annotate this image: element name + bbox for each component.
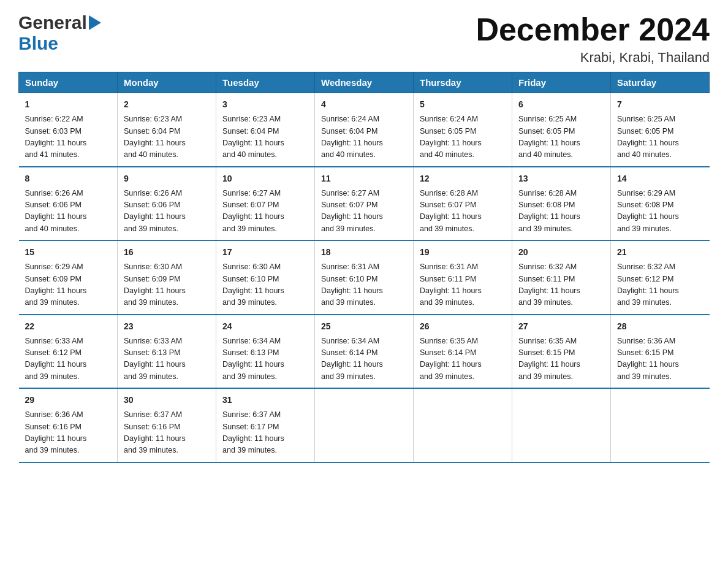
sunrise-line: Sunrise: 6:35 AM: [518, 335, 604, 347]
calendar-table: SundayMondayTuesdayWednesdayThursdayFrid…: [18, 72, 710, 463]
day-number: 2: [124, 98, 210, 111]
calendar-cell: 31Sunrise: 6:37 AMSunset: 6:17 PMDayligh…: [216, 388, 315, 462]
sunrise-line: Sunrise: 6:23 AM: [222, 113, 308, 125]
daylight-line2: and 39 minutes.: [25, 445, 112, 456]
weekday-header-row: SundayMondayTuesdayWednesdayThursdayFrid…: [19, 72, 710, 93]
daylight-line: Daylight: 11 hours: [222, 285, 308, 297]
daylight-line: Daylight: 11 hours: [25, 433, 112, 445]
daylight-line: Daylight: 11 hours: [321, 285, 407, 297]
sunrise-line: Sunrise: 6:32 AM: [617, 261, 703, 273]
daylight-line2: and 39 minutes.: [617, 223, 703, 235]
sunset-line: Sunset: 6:10 PM: [222, 274, 308, 285]
sunset-line: Sunset: 6:14 PM: [420, 347, 506, 359]
sunset-line: Sunset: 6:05 PM: [617, 126, 703, 137]
daylight-line: Daylight: 11 hours: [222, 359, 308, 370]
daylight-line: Daylight: 11 hours: [222, 433, 308, 445]
sunset-line: Sunset: 6:14 PM: [321, 347, 407, 359]
day-info: Sunrise: 6:23 AMSunset: 6:04 PMDaylight:…: [124, 113, 210, 161]
weekday-header-saturday: Saturday: [611, 72, 710, 93]
day-number: 27: [518, 320, 604, 333]
daylight-line2: and 40 minutes.: [321, 149, 407, 161]
day-number: 26: [420, 320, 506, 333]
day-info: Sunrise: 6:24 AMSunset: 6:05 PMDaylight:…: [420, 113, 506, 161]
sunrise-line: Sunrise: 6:33 AM: [124, 335, 210, 347]
sunset-line: Sunset: 6:09 PM: [25, 274, 112, 285]
sunset-line: Sunset: 6:12 PM: [617, 274, 703, 285]
calendar-cell: 15Sunrise: 6:29 AMSunset: 6:09 PMDayligh…: [19, 240, 118, 315]
calendar-cell: 14Sunrise: 6:29 AMSunset: 6:08 PMDayligh…: [611, 167, 710, 241]
sunrise-line: Sunrise: 6:32 AM: [518, 261, 604, 273]
sunrise-line: Sunrise: 6:28 AM: [518, 188, 604, 199]
week-row-1: 1Sunrise: 6:22 AMSunset: 6:03 PMDaylight…: [19, 93, 710, 167]
day-info: Sunrise: 6:33 AMSunset: 6:12 PMDaylight:…: [25, 335, 112, 383]
daylight-line2: and 39 minutes.: [222, 297, 308, 308]
day-info: Sunrise: 6:22 AMSunset: 6:03 PMDaylight:…: [25, 113, 112, 161]
calendar-cell: 24Sunrise: 6:34 AMSunset: 6:13 PMDayligh…: [216, 315, 315, 389]
daylight-line2: and 40 minutes.: [420, 149, 506, 161]
day-info: Sunrise: 6:31 AMSunset: 6:11 PMDaylight:…: [420, 261, 506, 309]
logo-general-text: General: [18, 12, 87, 33]
day-info: Sunrise: 6:36 AMSunset: 6:16 PMDaylight:…: [25, 409, 112, 457]
calendar-cell: 20Sunrise: 6:32 AMSunset: 6:11 PMDayligh…: [512, 240, 611, 315]
sunrise-line: Sunrise: 6:24 AM: [321, 113, 407, 125]
logo: General Blue: [18, 12, 106, 54]
sunset-line: Sunset: 6:15 PM: [518, 347, 604, 359]
day-info: Sunrise: 6:30 AMSunset: 6:10 PMDaylight:…: [222, 261, 308, 309]
sunset-line: Sunset: 6:08 PM: [518, 199, 604, 211]
sunrise-line: Sunrise: 6:33 AM: [25, 335, 112, 347]
sunset-line: Sunset: 6:06 PM: [25, 199, 112, 211]
day-info: Sunrise: 6:32 AMSunset: 6:11 PMDaylight:…: [518, 261, 604, 309]
sunrise-line: Sunrise: 6:35 AM: [420, 335, 506, 347]
day-number: 10: [222, 172, 308, 185]
day-number: 8: [25, 172, 112, 185]
sunrise-line: Sunrise: 6:30 AM: [124, 261, 210, 273]
sunset-line: Sunset: 6:10 PM: [321, 274, 407, 285]
calendar-cell: 29Sunrise: 6:36 AMSunset: 6:16 PMDayligh…: [19, 388, 118, 462]
daylight-line: Daylight: 11 hours: [321, 211, 407, 223]
sunrise-line: Sunrise: 6:29 AM: [25, 261, 112, 273]
daylight-line2: and 39 minutes.: [321, 223, 407, 235]
day-number: 9: [124, 172, 210, 185]
weekday-header-friday: Friday: [512, 72, 611, 93]
daylight-line: Daylight: 11 hours: [321, 137, 407, 149]
daylight-line: Daylight: 11 hours: [124, 433, 210, 445]
sunset-line: Sunset: 6:05 PM: [518, 126, 604, 137]
daylight-line: Daylight: 11 hours: [25, 359, 112, 370]
day-info: Sunrise: 6:31 AMSunset: 6:10 PMDaylight:…: [321, 261, 407, 309]
sunrise-line: Sunrise: 6:30 AM: [222, 261, 308, 273]
daylight-line2: and 39 minutes.: [222, 371, 308, 383]
day-number: 4: [321, 98, 407, 111]
daylight-line2: and 40 minutes.: [617, 149, 703, 161]
calendar-cell: 13Sunrise: 6:28 AMSunset: 6:08 PMDayligh…: [512, 167, 611, 241]
daylight-line2: and 39 minutes.: [124, 223, 210, 235]
day-number: 22: [25, 320, 112, 333]
day-info: Sunrise: 6:25 AMSunset: 6:05 PMDaylight:…: [518, 113, 604, 161]
calendar-cell: 27Sunrise: 6:35 AMSunset: 6:15 PMDayligh…: [512, 315, 611, 389]
calendar-cell: 12Sunrise: 6:28 AMSunset: 6:07 PMDayligh…: [414, 167, 512, 241]
daylight-line2: and 39 minutes.: [518, 371, 604, 383]
calendar-header: SundayMondayTuesdayWednesdayThursdayFrid…: [19, 72, 710, 93]
day-info: Sunrise: 6:36 AMSunset: 6:15 PMDaylight:…: [617, 335, 703, 383]
sunset-line: Sunset: 6:15 PM: [617, 347, 703, 359]
calendar-cell: 30Sunrise: 6:37 AMSunset: 6:16 PMDayligh…: [118, 388, 216, 462]
daylight-line2: and 40 minutes.: [222, 149, 308, 161]
daylight-line2: and 40 minutes.: [518, 149, 604, 161]
daylight-line: Daylight: 11 hours: [617, 211, 703, 223]
daylight-line2: and 39 minutes.: [222, 445, 308, 456]
calendar-cell: 17Sunrise: 6:30 AMSunset: 6:10 PMDayligh…: [216, 240, 315, 315]
day-info: Sunrise: 6:37 AMSunset: 6:17 PMDaylight:…: [222, 409, 308, 457]
sunrise-line: Sunrise: 6:25 AM: [617, 113, 703, 125]
month-title: December 2024: [476, 12, 710, 47]
sunset-line: Sunset: 6:08 PM: [617, 199, 703, 211]
daylight-line2: and 41 minutes.: [25, 149, 112, 161]
daylight-line: Daylight: 11 hours: [617, 359, 703, 370]
sunset-line: Sunset: 6:03 PM: [25, 126, 112, 137]
day-info: Sunrise: 6:29 AMSunset: 6:09 PMDaylight:…: [25, 261, 112, 309]
calendar-cell: 18Sunrise: 6:31 AMSunset: 6:10 PMDayligh…: [315, 240, 414, 315]
sunrise-line: Sunrise: 6:34 AM: [321, 335, 407, 347]
daylight-line: Daylight: 11 hours: [420, 285, 506, 297]
sunset-line: Sunset: 6:13 PM: [222, 347, 308, 359]
sunrise-line: Sunrise: 6:27 AM: [321, 188, 407, 199]
sunset-line: Sunset: 6:17 PM: [222, 421, 308, 433]
day-info: Sunrise: 6:24 AMSunset: 6:04 PMDaylight:…: [321, 113, 407, 161]
